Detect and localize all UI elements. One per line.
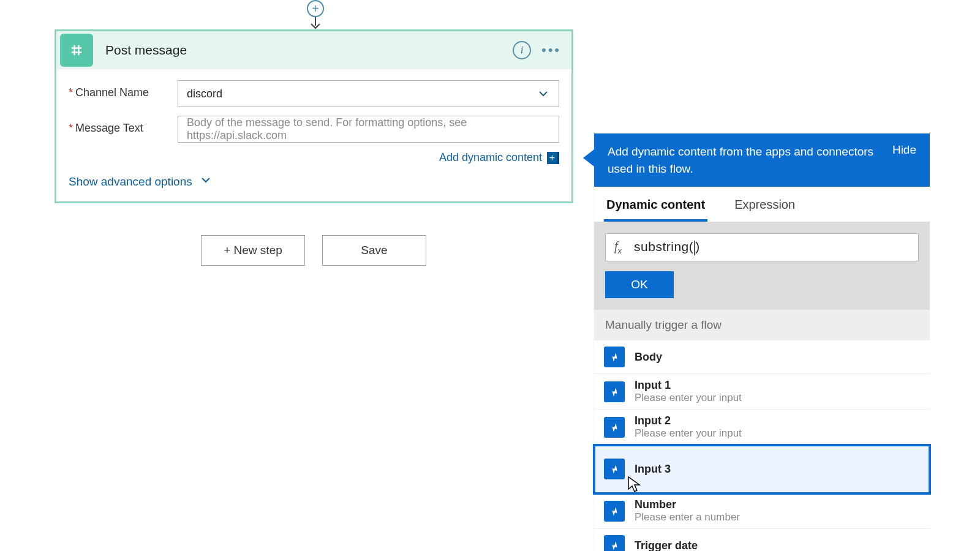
add-step-circle[interactable]: +: [307, 0, 324, 17]
message-text-input[interactable]: Body of the message to send. For formatt…: [178, 116, 559, 143]
arrow-down-icon: [309, 17, 322, 31]
dc-item-input-1[interactable]: Input 1 Please enter your input: [594, 374, 930, 410]
channel-name-value: discord: [187, 88, 537, 100]
dc-item-input-3[interactable]: Input 3: [594, 445, 930, 493]
trigger-icon: [604, 417, 625, 438]
post-message-card: Post message i ••• *Channel Name discord…: [55, 29, 573, 203]
chevron-down-icon: [200, 174, 212, 189]
trigger-icon: [604, 501, 625, 522]
dc-item-number[interactable]: Number Please enter a number: [594, 493, 930, 529]
dc-item-title: Input 1: [635, 379, 742, 392]
show-advanced-label: Show advanced options: [69, 175, 192, 189]
trigger-icon: [604, 381, 625, 402]
dc-item-title: Input 3: [635, 463, 671, 476]
card-body: *Channel Name discord *Message Text Body…: [56, 69, 571, 201]
panel-caret-icon: [583, 149, 594, 167]
expression-text: substring(): [634, 239, 700, 255]
hide-panel-link[interactable]: Hide: [892, 143, 916, 177]
message-text-row: *Message Text Body of the message to sen…: [69, 116, 559, 143]
dc-item-list: Body Input 1 Please enter your input Inp…: [594, 340, 930, 551]
ok-label: OK: [631, 278, 647, 291]
dc-item-title: Number: [635, 498, 740, 511]
new-step-button[interactable]: + New step: [201, 235, 305, 266]
show-advanced-options[interactable]: Show advanced options: [69, 174, 559, 189]
plus-icon: +: [312, 2, 319, 15]
card-title: Post message: [105, 43, 503, 58]
message-text-label: *Message Text: [69, 116, 178, 135]
expression-area: fx substring() OK: [594, 222, 930, 309]
dc-tabs: Dynamic content Expression: [594, 187, 930, 222]
card-header[interactable]: Post message i •••: [56, 31, 571, 69]
new-step-label: + New step: [224, 244, 282, 257]
trigger-icon: [604, 459, 625, 479]
dc-item-title: Body: [635, 351, 662, 364]
trigger-icon: [604, 347, 625, 367]
dc-item-title: Trigger date: [635, 539, 698, 551]
ok-button[interactable]: OK: [605, 271, 674, 298]
ellipsis-icon[interactable]: •••: [541, 40, 562, 61]
info-icon[interactable]: i: [511, 40, 532, 61]
expression-input[interactable]: fx substring(): [605, 233, 919, 261]
dc-item-sub: Please enter your input: [635, 427, 742, 440]
dc-panel-header: Add dynamic content from the apps and co…: [594, 133, 930, 187]
dc-header-text: Add dynamic content from the apps and co…: [608, 143, 881, 177]
save-label: Save: [361, 244, 387, 257]
flow-connector: +: [307, 0, 324, 31]
dc-section-trigger: Manually trigger a flow: [594, 309, 930, 340]
fx-icon: fx: [614, 239, 622, 255]
dc-item-trigger-date[interactable]: Trigger date: [594, 529, 930, 551]
tab-dynamic-content[interactable]: Dynamic content: [604, 192, 707, 222]
add-dynamic-content-label: Add dynamic content: [439, 151, 542, 164]
channel-name-row: *Channel Name discord: [69, 80, 559, 107]
add-dynamic-content-link[interactable]: Add dynamic content +: [439, 151, 559, 164]
dc-item-title: Input 2: [635, 414, 742, 427]
dc-item-body[interactable]: Body: [594, 340, 930, 374]
dc-item-input-2[interactable]: Input 2 Please enter your input: [594, 410, 930, 445]
flow-footer-buttons: + New step Save: [201, 235, 426, 266]
channel-name-label: *Channel Name: [69, 80, 178, 99]
channel-name-select[interactable]: discord: [178, 80, 559, 107]
dynamic-content-panel: Add dynamic content from the apps and co…: [594, 133, 930, 551]
trigger-icon: [604, 535, 625, 551]
tab-expression[interactable]: Expression: [732, 192, 797, 222]
plus-badge-icon: +: [547, 152, 559, 164]
dc-item-sub: Please enter your input: [635, 392, 742, 404]
dc-item-sub: Please enter a number: [635, 511, 740, 523]
slack-icon: [60, 34, 93, 67]
message-text-placeholder: Body of the message to send. For formatt…: [187, 116, 550, 142]
chevron-down-icon: [537, 87, 550, 100]
save-button[interactable]: Save: [322, 235, 426, 266]
